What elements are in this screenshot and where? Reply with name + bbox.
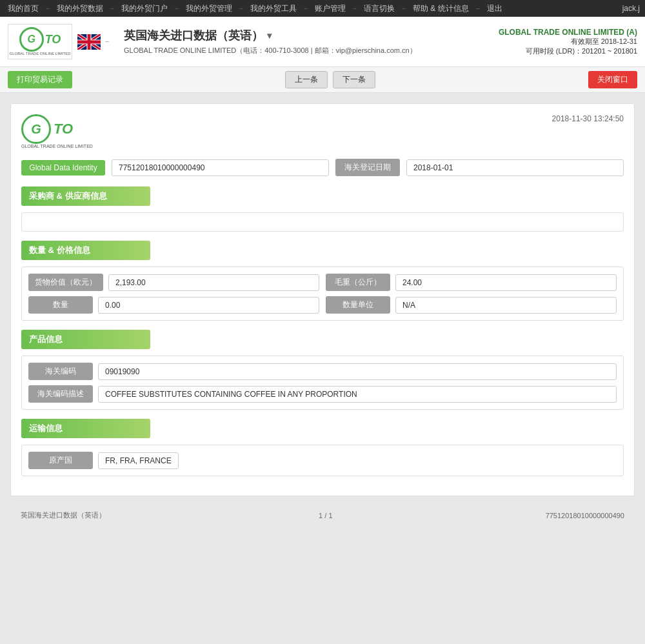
transport-section: 运输信息 原产国 FR, FRA, FRANCE (21, 419, 624, 476)
quantity-unit-value: N/A (395, 297, 617, 314)
logo-to-letters: TO (45, 34, 61, 45)
footer-info-bar: 英国海关进口数据（英语） 1 / 1 77512018010000000490 (10, 507, 635, 524)
uk-flag-icon (77, 34, 101, 50)
nav-logout[interactable]: 退出 (484, 3, 505, 14)
origin-value: FR, FRA, FRANCE (98, 452, 179, 469)
nav-account-mgmt[interactable]: 账户管理 (312, 3, 348, 14)
customs-desc-label: 海关编码描述 (28, 385, 93, 403)
customs-desc-value: COFFEE SUBSTITUTES CONTAINING COFFEE IN … (98, 386, 617, 403)
top-nav-user: jack.j (622, 4, 640, 13)
quantity-col: 数量 0.00 (28, 296, 319, 314)
nav-sep4: － (237, 3, 245, 14)
header-validity: 有效期至 2018-12-31 (499, 37, 637, 46)
header-right-info: GLOBAL TRADE ONLINE LIMITED (A) 有效期至 201… (499, 28, 637, 56)
main-content: G TO GLOBAL TRADE ONLINE LIMITED 2018-11… (0, 93, 645, 644)
title-dropdown-arrow[interactable]: ▾ (267, 30, 272, 41)
nav-sep7: － (400, 3, 408, 14)
qty-price-row2: 数量 0.00 数量单位 N/A (28, 296, 617, 314)
print-button[interactable]: 打印贸易记录 (8, 71, 72, 88)
logo-g-letter: G (27, 34, 35, 45)
product-header: 产品信息 (21, 330, 150, 349)
top-navigation: 我的首页 － 我的外贸数据 － 我的外贸门户 － 我的外贸管理 － 我的外贸工具… (0, 0, 645, 17)
logo-subtitle: GLOBAL TRADE ONLINE LIMITED (9, 52, 70, 56)
product-row2: 海关编码描述 COFFEE SUBSTITUTES CONTAINING COF… (28, 385, 617, 403)
card-logo-g: G (31, 122, 41, 137)
quantity-unit-label: 数量单位 (326, 296, 390, 314)
footer-pagination: 1 / 1 (319, 512, 332, 519)
customs-code-col: 海关编码 09019090 (28, 363, 617, 380)
nav-foreign-tool[interactable]: 我的外贸工具 (248, 3, 299, 14)
footer-record-id: 77512018010000000490 (546, 512, 624, 519)
logo-circle: G (19, 27, 44, 52)
record-card: G TO GLOBAL TRADE ONLINE LIMITED 2018-11… (10, 103, 635, 496)
header-title-area: 英国海关进口数据（英语） ▾ GLOBAL TRADE ONLINE LIMIT… (124, 28, 499, 55)
company-logo: G TO GLOBAL TRADE ONLINE LIMITED (8, 24, 72, 59)
product-body: 海关编码 09019090 海关编码描述 COFFEE SUBSTITUTES … (21, 356, 624, 410)
product-section: 产品信息 海关编码 09019090 海关编码描述 COFFEE SUBSTIT… (21, 330, 624, 410)
toolbar-nav-buttons: 上一条 下一条 (77, 71, 583, 88)
footer-source: 英国海关进口数据（英语） (21, 510, 106, 520)
nav-home[interactable]: 我的首页 (5, 3, 41, 14)
prev-button[interactable]: 上一条 (285, 71, 328, 88)
gdi-label: Global Data Identity (21, 160, 105, 176)
nav-help-stats[interactable]: 帮助 & 统计信息 (410, 3, 471, 14)
buyer-supplier-section: 采购商 & 供应商信息 (21, 186, 624, 232)
logo-area: G TO GLOBAL TRADE ONLINE LIMITED － (8, 24, 111, 59)
goods-value-col: 货物价值（欧元） 2,193.00 (28, 274, 319, 291)
transport-row1: 原产国 FR, FRA, FRANCE (28, 452, 617, 469)
origin-col: 原产国 FR, FRA, FRANCE (28, 452, 179, 469)
gto-logo: G TO GLOBAL TRADE ONLINE LIMITED (9, 27, 70, 56)
content-whitespace (10, 524, 635, 644)
page-title-text: 英国海关进口数据（英语） (124, 28, 263, 43)
flag-area: － (77, 34, 111, 50)
customs-date-value: 2018-01-01 (406, 159, 624, 176)
goods-value-label: 货物价值（欧元） (28, 274, 103, 291)
gdi-value: 77512018010000000490 (112, 159, 329, 176)
nav-sep6: － (351, 3, 359, 14)
transport-body: 原产国 FR, FRA, FRANCE (21, 445, 624, 476)
page-main-title: 英国海关进口数据（英语） ▾ (124, 28, 499, 43)
transport-header: 运输信息 (21, 419, 150, 438)
card-logo-circle: G (21, 114, 51, 144)
nav-sep5: － (302, 3, 310, 14)
nav-lang-switch[interactable]: 语言切换 (361, 3, 397, 14)
page-header: G TO GLOBAL TRADE ONLINE LIMITED － (0, 17, 645, 67)
customs-desc-col: 海关编码描述 COFFEE SUBSTITUTES CONTAINING COF… (28, 385, 617, 403)
customs-code-label: 海关编码 (28, 363, 93, 380)
nav-foreign-portal[interactable]: 我的外贸门户 (119, 3, 170, 14)
header-ldr: 可用时段 (LDR)：201201 ~ 201801 (499, 46, 637, 56)
card-header: G TO GLOBAL TRADE ONLINE LIMITED 2018-11… (21, 114, 624, 148)
header-company-name: GLOBAL TRADE ONLINE LIMITED (A) (499, 28, 637, 37)
qty-price-section: 数量 & 价格信息 货物价值（欧元） 2,193.00 毛重（公斤） 24.00… (21, 241, 624, 321)
nav-sep3: － (173, 3, 181, 14)
buyer-supplier-header: 采购商 & 供应商信息 (21, 186, 150, 206)
next-button[interactable]: 下一条 (333, 71, 375, 88)
gross-weight-value: 24.00 (395, 274, 617, 291)
card-logo: G TO GLOBAL TRADE ONLINE LIMITED (21, 114, 93, 148)
nav-foreign-mgmt[interactable]: 我的外贸管理 (183, 3, 235, 14)
card-logo-subtitle: GLOBAL TRADE ONLINE LIMITED (21, 144, 93, 148)
gdi-row: Global Data Identity 7751201801000000049… (21, 159, 624, 176)
quantity-unit-col: 数量单位 N/A (326, 296, 617, 314)
buyer-supplier-body (21, 212, 624, 232)
customs-date-label: 海关登记日期 (335, 159, 400, 176)
nav-sep8: － (474, 3, 482, 14)
product-row1: 海关编码 09019090 (28, 363, 617, 380)
nav-sep2: － (108, 3, 116, 14)
top-nav-left: 我的首页 － 我的外贸数据 － 我的外贸门户 － 我的外贸管理 － 我的外贸工具… (5, 3, 622, 14)
header-contact-info: GLOBAL TRADE ONLINE LIMITED（电话：400-710-3… (124, 46, 499, 55)
qty-price-body: 货物价值（欧元） 2,193.00 毛重（公斤） 24.00 数量 0.00 数… (21, 267, 624, 321)
quantity-label: 数量 (28, 296, 93, 314)
qty-price-row1: 货物价值（欧元） 2,193.00 毛重（公斤） 24.00 (28, 274, 617, 291)
nav-sep1: － (44, 3, 52, 14)
qty-price-header: 数量 & 价格信息 (21, 241, 150, 260)
nav-foreign-data[interactable]: 我的外贸数据 (54, 3, 106, 14)
close-button[interactable]: 关闭窗口 (588, 71, 637, 88)
top-toolbar: 打印贸易记录 上一条 下一条 关闭窗口 (0, 67, 645, 93)
gross-weight-col: 毛重（公斤） 24.00 (326, 274, 617, 291)
record-timestamp: 2018-11-30 13:24:50 (552, 114, 624, 123)
goods-value: 2,193.00 (108, 274, 319, 291)
customs-code-value: 09019090 (98, 363, 617, 380)
gross-weight-label: 毛重（公斤） (326, 274, 390, 291)
origin-label: 原产国 (28, 452, 93, 469)
